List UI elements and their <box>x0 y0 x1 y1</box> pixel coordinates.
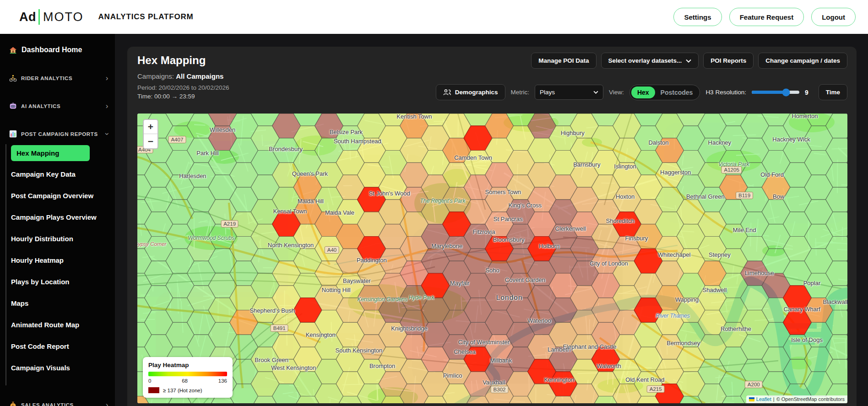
hot-zone-swatch <box>148 387 159 393</box>
legend-scale: 0 68 136 <box>148 378 227 384</box>
view-label: View: <box>609 89 624 96</box>
ukraine-flag-icon <box>749 397 754 401</box>
map-zoom-control: + − <box>143 119 158 149</box>
osm-copyright: © OpenStreetMap contributors <box>776 396 845 402</box>
period-text: Period: 20/02/2026 to 20/02/2026 <box>137 84 229 91</box>
sidebar-item-maps[interactable]: Maps <box>11 298 115 308</box>
sidebar-item-plays-by-location[interactable]: Plays by Location <box>11 277 115 287</box>
change-campaign-dates-button[interactable]: Change campaign / dates <box>758 53 847 69</box>
legend-max: 136 <box>218 378 227 384</box>
chevron-right-icon: › <box>106 76 108 81</box>
metric-select[interactable]: Plays <box>535 85 603 100</box>
campaigns-line: Campaigns: All Campaigns <box>137 72 223 80</box>
sidebar: Dashboard Home RIDER ANALYTICS › AI ANAL… <box>0 34 115 406</box>
logo-green-bar <box>38 9 40 25</box>
logo-moto-text: MOTO <box>43 10 84 24</box>
view-postcodes-option[interactable]: Postcodes <box>655 87 699 98</box>
legend-min: 0 <box>148 378 151 384</box>
robot-icon <box>9 102 17 110</box>
chevron-down-icon <box>593 91 598 94</box>
metric-selected-value: Plays <box>540 89 555 96</box>
play-heatmap-legend: Play Heatmap 0 68 136 ≥ 137 (Hot zone) <box>143 357 233 398</box>
slider-fill <box>752 91 786 94</box>
logo-ad-text: Ad <box>19 10 36 24</box>
sidebar-section-ai-analytics[interactable]: AI ANALYTICS › <box>0 102 115 110</box>
topbar-actions: Settings Feature Request Logout <box>673 8 856 26</box>
sidebar-section-sales-analytics[interactable]: $ SALES ANALYTICS › <box>0 401 115 406</box>
sidebar-item-post-code-report[interactable]: Post Code Report <box>11 341 115 351</box>
sidebar-item-campaign-key-data[interactable]: Campaign Key Data <box>11 169 115 179</box>
sidebar-item-campaign-visuals[interactable]: Campaign Visuals <box>11 363 115 373</box>
sidebar-item-animated-route-map[interactable]: Animated Route Map <box>11 320 115 330</box>
legend-hot-zone: ≥ 137 (Hot zone) <box>148 387 227 393</box>
zoom-out-button[interactable]: − <box>144 134 157 148</box>
money-bag-icon: $ <box>9 401 17 406</box>
sidebar-home-label: Dashboard Home <box>22 46 82 54</box>
metric-label: Metric: <box>511 89 530 96</box>
poi-reports-button[interactable]: POI Reports <box>703 53 754 69</box>
bar-chart-icon <box>9 130 17 138</box>
map-canvas <box>137 114 847 403</box>
leaflet-map[interactable]: HomertonKentish TownWillesdenBelsize Par… <box>137 114 847 403</box>
h3-resolution-slider[interactable] <box>752 91 799 94</box>
svg-text:$: $ <box>12 404 14 406</box>
h3-resolution-label: H3 Resolution: <box>705 89 746 96</box>
map-toolbar: Manage POI Data Select overlay datasets.… <box>531 53 847 69</box>
sidebar-section-label: AI ANALYTICS <box>21 103 60 109</box>
h3-resolution-value: 9 <box>805 89 808 96</box>
view-toggle: Hex Postcodes <box>629 85 700 100</box>
time-text: Time: 00:00 → 23:59 <box>137 93 195 100</box>
sidebar-item-dashboard-home[interactable]: Dashboard Home <box>0 46 115 54</box>
post-campaign-reports-submenu: Hex MappingCampaign Key DataPost Campaig… <box>5 144 115 385</box>
leaflet-link[interactable]: Leaflet <box>756 396 771 402</box>
select-overlay-datasets-dropdown[interactable]: Select overlay datasets... <box>601 53 699 69</box>
demographics-label: Demographics <box>455 89 498 96</box>
map-attribution: Leaflet | © OpenStreetMap contributors <box>746 395 847 403</box>
attribution-separator: | <box>773 396 775 402</box>
map-controls: Demographics Metric: Plays View: Hex Pos… <box>436 84 847 100</box>
zoom-in-button[interactable]: + <box>144 120 157 134</box>
legend-title: Play Heatmap <box>148 362 227 368</box>
home-icon <box>9 46 17 54</box>
legend-gradient-bar <box>148 372 227 376</box>
page-title: Hex Mapping <box>137 54 206 67</box>
chevron-right-icon: › <box>106 104 108 108</box>
main-panel: Hex Mapping Campaigns: All Campaigns Per… <box>127 47 857 406</box>
legend-mid: 68 <box>182 378 188 384</box>
slider-thumb[interactable] <box>782 88 790 96</box>
demographics-button[interactable]: Demographics <box>436 84 505 100</box>
demographics-people-icon <box>443 89 451 96</box>
sidebar-item-campaign-plays-overview[interactable]: Campaign Plays Overview <box>11 212 115 222</box>
sidebar-item-hourly-heatmap[interactable]: Hourly Heatmap <box>11 255 115 265</box>
sidebar-section-label: SALES ANALYTICS <box>21 402 74 406</box>
chevron-down-icon: › <box>105 132 109 135</box>
hot-zone-label: ≥ 137 (Hot zone) <box>163 388 202 393</box>
admoto-logo: Ad MOTO ANALYTICS PLATFORM <box>0 9 194 25</box>
sidebar-section-post-campaign-reports[interactable]: POST CAMPAIGN REPORTS › <box>0 130 115 138</box>
platform-title: ANALYTICS PLATFORM <box>98 12 194 22</box>
chevron-right-icon: › <box>106 403 108 406</box>
rider-icon <box>9 74 17 82</box>
manage-poi-data-button[interactable]: Manage POI Data <box>531 53 596 69</box>
settings-button[interactable]: Settings <box>673 8 722 26</box>
time-button[interactable]: Time <box>819 84 847 100</box>
sidebar-section-label: RIDER ANALYTICS <box>21 76 72 81</box>
logout-button[interactable]: Logout <box>811 8 856 26</box>
top-header: Ad MOTO ANALYTICS PLATFORM Settings Feat… <box>0 0 868 34</box>
campaigns-value: All Campaigns <box>176 72 223 80</box>
overlay-dropdown-label: Select overlay datasets... <box>608 57 682 64</box>
sidebar-item-post-campaign-overview[interactable]: Post Campaign Overview <box>11 191 115 200</box>
view-hex-option[interactable]: Hex <box>631 87 655 98</box>
sidebar-item-hourly-distribution[interactable]: Hourly Distribution <box>11 234 115 244</box>
chevron-down-icon <box>686 59 691 63</box>
sidebar-section-label: POST CAMPAIGN REPORTS <box>21 131 98 137</box>
sidebar-item-hex-mapping[interactable]: Hex Mapping <box>11 145 90 161</box>
sidebar-section-rider-analytics[interactable]: RIDER ANALYTICS › <box>0 74 115 82</box>
feature-request-button[interactable]: Feature Request <box>729 8 804 26</box>
campaigns-label: Campaigns: <box>137 72 174 80</box>
